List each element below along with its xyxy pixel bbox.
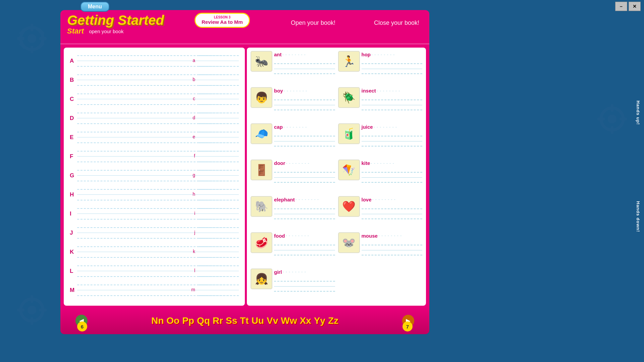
alpha-line-a: A a [70, 52, 239, 70]
vocab-image-mouse: 🐭 [338, 232, 360, 253]
vocab-word-door: door [274, 160, 285, 166]
alpha-bar-char-oo[interactable]: Oo [166, 315, 179, 326]
start-label: Start [67, 27, 84, 36]
letter-g: G [70, 172, 77, 179]
vocab-card-girl: 👧girl - - - - - - - - [250, 268, 336, 303]
letter-l: L [70, 268, 77, 275]
vocab-card-elephant: 🐘elephant - - - - - - - - [250, 195, 336, 231]
vocab-text-love: love - - - - - - - - [362, 196, 423, 219]
getting-started-title: Getting Started [67, 13, 164, 27]
vocab-word-insect: insect [362, 88, 376, 94]
letter-d: D [70, 115, 77, 122]
alpha-bar-char-qq[interactable]: Qq [197, 315, 210, 326]
alpha-line-k: K k [70, 243, 239, 261]
alpha-line-b: B b [70, 71, 239, 89]
alpha-bar-char-uu[interactable]: Uu [252, 315, 264, 326]
vocab-image-ant: 🐜 [251, 51, 272, 72]
svg-rect-15 [39, 309, 47, 312]
page-number-right: 7 [402, 321, 413, 331]
letter-m: M [70, 287, 77, 294]
close-book-button[interactable]: Close your book! [374, 19, 419, 26]
svg-rect-14 [17, 309, 24, 312]
vocab-image-kite: 🪁 [338, 160, 360, 180]
vocab-text-juice: juice - - - - - - - - [362, 123, 423, 146]
alphabet-bar: ◀ NnOoPpQqRrSsTtUuVvWwXxYyZz ▶ 6 7 [60, 307, 429, 334]
svg-rect-4 [17, 37, 24, 40]
alpha-line-j: J j [70, 224, 239, 242]
alpha-bar-char-yy[interactable]: Yy [314, 315, 325, 326]
svg-point-11 [28, 306, 36, 314]
book-header: Getting Started Start open your book LES… [60, 10, 429, 44]
alpha-line-e: E e [70, 128, 239, 147]
vocab-text-insect: insect - - - - - - - - [362, 87, 423, 110]
alpha-bar-char-xx[interactable]: Xx [300, 315, 311, 326]
vocab-text-kite: kite - - - - - - - - [362, 160, 423, 183]
lesson-title: Review Aa to Mm [202, 19, 243, 25]
vocab-image-food: 🥩 [251, 232, 272, 253]
vocab-text-mouse: mouse - - - - - - - - [362, 232, 423, 255]
vocab-word-love: love [362, 197, 372, 202]
letter-e: E [70, 134, 77, 141]
right-page: 🐜ant - - - - - - - -🏃hop - - - - - - - -… [247, 48, 426, 306]
menu-button[interactable]: Menu [80, 2, 109, 12]
left-page: A a B b C c [64, 48, 245, 306]
pages-area: A a B b C c [60, 46, 429, 307]
alpha-line-l: L l [70, 262, 239, 281]
alpha-bar-char-ww[interactable]: Ww [281, 315, 297, 326]
vocab-card-insect: 🪲insect - - - - - - - - [337, 86, 424, 122]
svg-rect-19 [611, 126, 614, 134]
vocab-image-hop: 🏃 [338, 51, 360, 72]
vocab-word-kite: kite [362, 160, 370, 166]
alpha-bar-char-vv[interactable]: Vv [267, 315, 278, 326]
vocab-image-cap: 🧢 [251, 123, 272, 144]
letter-i: I [70, 210, 77, 217]
letter-h: H [70, 191, 77, 198]
alpha-line-f: F f [70, 147, 239, 166]
close-button[interactable]: ✕ [629, 2, 641, 11]
alpha-bar-char-ss[interactable]: Ss [226, 315, 237, 326]
small-letter-m: m [191, 287, 195, 292]
small-letter-k: k [193, 249, 195, 254]
vocab-word-cap: cap [274, 124, 283, 130]
letter-k: K [70, 249, 77, 255]
alpha-line-g: G g [70, 166, 239, 185]
vocab-text-door: door - - - - - - - - [274, 160, 335, 183]
open-book-button[interactable]: Open your book! [291, 19, 335, 26]
vocab-card-mouse: 🐭mouse - - - - - - - - [337, 232, 424, 267]
alphabet-bar-chars: NnOoPpQqRrSsTtUuVvWwXxYyZz [151, 315, 338, 326]
small-letter-d: d [193, 115, 195, 120]
alpha-bar-char-tt[interactable]: Tt [240, 315, 249, 326]
vocab-card-love: ❤️love - - - - - - - - [337, 195, 424, 231]
lesson-number: LESSON 3 [202, 15, 243, 19]
vocab-text-cap: cap - - - - - - - - [274, 123, 335, 146]
vocab-image-love: ❤️ [338, 196, 360, 217]
gear-deco-bl [13, 292, 50, 328]
svg-rect-5 [39, 37, 47, 40]
vocab-word-hop: hop [362, 52, 371, 57]
book-container: Getting Started Start open your book LES… [60, 10, 429, 332]
gear-deco-r [594, 101, 631, 137]
vocab-text-ant: ant - - - - - - - - [274, 51, 335, 74]
vocab-word-boy: boy [274, 88, 283, 94]
small-letter-l: l [194, 268, 195, 273]
alpha-line-m: M m [70, 281, 239, 300]
empty-vocab-slot [337, 268, 424, 303]
minimize-button[interactable]: – [615, 2, 627, 11]
svg-rect-18 [611, 104, 614, 112]
vocab-card-hop: 🏃hop - - - - - - - - [337, 50, 424, 85]
svg-rect-3 [31, 46, 34, 53]
small-letter-h: h [193, 191, 195, 197]
vocab-card-kite: 🪁kite - - - - - - - - [337, 159, 424, 194]
vocab-card-food: 🥩food - - - - - - - - [250, 232, 336, 267]
vocab-word-girl: girl [274, 269, 282, 275]
alpha-bar-char-rr[interactable]: Rr [213, 315, 223, 326]
alpha-bar-char-nn[interactable]: Nn [151, 315, 164, 326]
vocab-image-insect: 🪲 [338, 87, 360, 108]
svg-rect-21 [620, 118, 627, 121]
alpha-bar-char-zz[interactable]: Zz [328, 315, 338, 326]
title-area: Getting Started Start open your book [67, 13, 164, 36]
vocab-word-ant: ant [274, 52, 282, 57]
alpha-bar-char-pp[interactable]: Pp [182, 315, 194, 326]
vocab-text-elephant: elephant - - - - - - - - [274, 196, 335, 219]
vocab-card-cap: 🧢cap - - - - - - - - [250, 123, 336, 158]
